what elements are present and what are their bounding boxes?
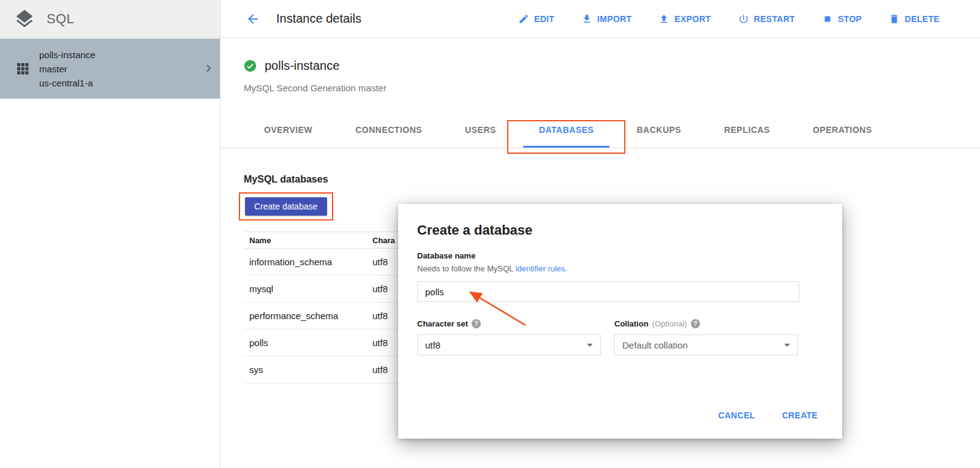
topbar: Instance details EDIT IMPORT EXPORT REST… bbox=[221, 0, 980, 38]
collation-label-row: Collation (Optional) ? bbox=[614, 319, 700, 328]
check-circle-icon bbox=[244, 59, 257, 72]
stop-label: STOP bbox=[838, 14, 862, 24]
sidebar-header: SQL bbox=[0, 0, 220, 38]
table-grid-icon bbox=[17, 63, 29, 75]
edit-label: EDIT bbox=[534, 14, 554, 24]
instance-header: polls-instance bbox=[244, 59, 339, 73]
back-arrow-icon[interactable] bbox=[246, 12, 260, 26]
help-icon[interactable]: ? bbox=[691, 319, 700, 328]
sidebar: SQL polls-instance master us-central1-a … bbox=[0, 0, 221, 468]
annotation-box-create-button: Create database bbox=[239, 192, 333, 221]
tab-operations-label: OPERATIONS bbox=[813, 125, 872, 135]
stop-icon bbox=[822, 13, 833, 25]
page-title: Instance details bbox=[276, 12, 361, 26]
collation-dropdown[interactable]: Default collation bbox=[614, 334, 798, 355]
restart-icon bbox=[738, 13, 749, 25]
instance-zone: us-central1-a bbox=[39, 76, 96, 90]
topbar-actions: EDIT IMPORT EXPORT RESTART STOP bbox=[518, 13, 940, 25]
page: SQL polls-instance master us-central1-a … bbox=[0, 0, 980, 468]
tab-overview[interactable]: OVERVIEW bbox=[248, 114, 328, 148]
delete-button[interactable]: DELETE bbox=[889, 13, 940, 25]
character-set-dropdown[interactable]: utf8 bbox=[417, 334, 601, 355]
instance-role: master bbox=[39, 62, 96, 76]
export-icon bbox=[658, 13, 669, 25]
collation-optional-label: (Optional) bbox=[652, 319, 687, 328]
db-name-cell: mysql bbox=[249, 284, 372, 294]
db-name-cell: sys bbox=[249, 364, 372, 375]
tab-users-label: USERS bbox=[465, 125, 496, 135]
tab-databases-label: DATABASES bbox=[539, 125, 594, 135]
character-set-value: utf8 bbox=[425, 340, 440, 350]
tab-connections-label: CONNECTIONS bbox=[355, 125, 422, 135]
modal-title: Create a database bbox=[417, 222, 532, 238]
chevron-down-icon bbox=[587, 344, 593, 347]
tab-replicas-label: REPLICAS bbox=[724, 125, 770, 135]
instance-subtitle: MySQL Second Generation master bbox=[244, 83, 386, 93]
tab-connections[interactable]: CONNECTIONS bbox=[339, 114, 438, 148]
tab-operations[interactable]: OPERATIONS bbox=[797, 114, 888, 148]
identifier-rules-link[interactable]: identifier rules bbox=[516, 264, 565, 273]
modal-actions: CANCEL CREATE bbox=[718, 410, 818, 420]
app-title: SQL bbox=[47, 11, 74, 27]
chevron-down-icon bbox=[784, 344, 790, 347]
db-name-cell: performance_schema bbox=[249, 311, 372, 321]
section-title: MySQL databases bbox=[244, 174, 328, 185]
chevron-right-icon: › bbox=[206, 59, 211, 76]
instance-name: polls-instance bbox=[39, 48, 96, 62]
pencil-icon bbox=[518, 13, 529, 25]
collation-label: Collation bbox=[614, 319, 649, 328]
instance-title: polls-instance bbox=[265, 59, 339, 73]
database-name-input[interactable] bbox=[417, 281, 799, 302]
sidebar-item-instance[interactable]: polls-instance master us-central1-a › bbox=[0, 39, 220, 99]
delete-icon bbox=[889, 13, 900, 25]
export-button[interactable]: EXPORT bbox=[658, 13, 710, 25]
help-text: Needs to follow the MySQL bbox=[417, 264, 516, 273]
column-header-name: Name bbox=[249, 236, 372, 245]
db-name-cell: polls bbox=[249, 338, 372, 348]
collation-value: Default collation bbox=[622, 340, 688, 350]
sidebar-instance-text: polls-instance master us-central1-a bbox=[39, 48, 96, 90]
tab-users[interactable]: USERS bbox=[449, 114, 512, 148]
tab-backups[interactable]: BACKUPS bbox=[620, 114, 697, 148]
stop-button[interactable]: STOP bbox=[822, 13, 862, 25]
import-button[interactable]: IMPORT bbox=[581, 13, 631, 25]
tab-replicas[interactable]: REPLICAS bbox=[708, 114, 786, 148]
create-button[interactable]: CREATE bbox=[782, 410, 818, 420]
database-name-label: Database name bbox=[417, 251, 475, 260]
create-database-button[interactable]: Create database bbox=[245, 197, 327, 216]
database-name-help: Needs to follow the MySQL identifier rul… bbox=[417, 264, 567, 273]
cancel-button[interactable]: CANCEL bbox=[718, 410, 755, 420]
edit-button[interactable]: EDIT bbox=[518, 13, 554, 25]
import-icon bbox=[581, 13, 592, 25]
delete-label: DELETE bbox=[905, 14, 940, 24]
character-set-label: Character set bbox=[417, 319, 468, 328]
cloud-sql-logo-icon bbox=[13, 8, 36, 30]
restart-label: RESTART bbox=[754, 14, 795, 24]
tab-backups-label: BACKUPS bbox=[636, 125, 681, 135]
restart-button[interactable]: RESTART bbox=[738, 13, 795, 25]
help-icon[interactable]: ? bbox=[472, 319, 481, 328]
tab-databases[interactable]: DATABASES bbox=[523, 114, 610, 148]
tab-bar: OVERVIEW CONNECTIONS USERS DATABASES BAC… bbox=[221, 114, 980, 148]
create-database-modal: Create a database Database name Needs to… bbox=[398, 204, 842, 439]
tab-overview-label: OVERVIEW bbox=[264, 125, 312, 135]
export-label: EXPORT bbox=[674, 14, 710, 24]
help-text-suffix: . bbox=[565, 264, 568, 273]
import-label: IMPORT bbox=[597, 14, 631, 24]
character-set-label-row: Character set ? bbox=[417, 319, 481, 328]
db-name-cell: information_schema bbox=[249, 257, 372, 267]
